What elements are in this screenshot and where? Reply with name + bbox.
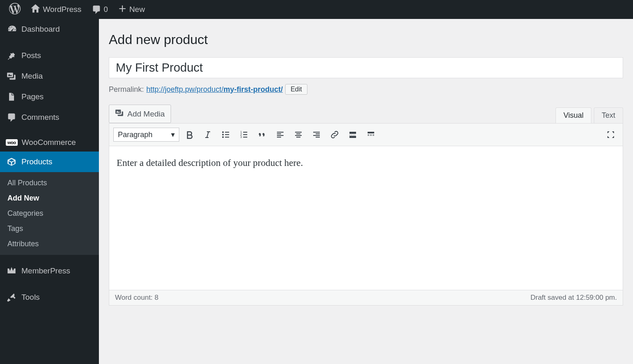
format-dropdown[interactable]: Paragraph ▾ <box>113 128 179 142</box>
new-content-link[interactable]: New <box>113 0 150 19</box>
fullscreen-button[interactable] <box>603 127 619 142</box>
menu-separator <box>0 255 99 261</box>
toolbar-toggle-button[interactable] <box>363 127 379 142</box>
editor-top-row: Add Media Visual Text <box>109 105 623 123</box>
admin-layout: Dashboard Posts Media Pages Comments woo… <box>0 19 633 364</box>
svg-point-1 <box>222 134 224 135</box>
menu-separator <box>0 281 99 287</box>
link-button[interactable] <box>327 127 342 142</box>
plus-icon <box>118 4 127 15</box>
wordpress-logo-icon <box>9 3 21 16</box>
menu-label: WooCommerce <box>22 138 76 147</box>
new-label: New <box>129 5 145 14</box>
format-label: Paragraph <box>118 131 152 139</box>
submenu-tags[interactable]: Tags <box>0 221 99 236</box>
pages-icon <box>6 91 17 103</box>
svg-rect-8 <box>368 132 374 133</box>
bold-button[interactable] <box>182 127 197 142</box>
comment-icon <box>6 112 17 123</box>
read-more-button[interactable] <box>345 127 361 142</box>
submenu-all-products[interactable]: All Products <box>0 175 99 191</box>
add-media-label: Add Media <box>127 110 165 119</box>
media-icon <box>115 108 124 119</box>
submenu-categories[interactable]: Categories <box>0 206 99 221</box>
menu-tools[interactable]: Tools <box>0 287 99 308</box>
comment-count-value: 0 <box>104 5 108 14</box>
tab-visual[interactable]: Visual <box>556 107 591 123</box>
edit-permalink-button[interactable]: Edit <box>285 84 307 95</box>
chevron-down-icon: ▾ <box>171 130 175 139</box>
permalink-label: Permalink: <box>109 85 144 94</box>
comment-bubble-icon <box>91 5 101 14</box>
permalink-row: Permalink: http://joeftp.pw/product/my-f… <box>109 84 623 95</box>
svg-rect-11 <box>373 134 374 136</box>
menu-label: Tools <box>21 293 40 302</box>
editor-toolbar: Paragraph ▾ 123 <box>109 123 623 146</box>
menu-label: Posts <box>21 51 41 60</box>
menu-label: Dashboard <box>21 25 60 34</box>
product-box-icon <box>6 156 17 168</box>
admin-toolbar: WordPress 0 New <box>0 0 633 19</box>
menu-label: Media <box>21 72 43 81</box>
editor-statusbar: Word count: 8 Draft saved at 12:59:00 pm… <box>109 290 623 306</box>
woocommerce-icon: woo <box>6 139 18 146</box>
menu-pages[interactable]: Pages <box>0 86 99 107</box>
media-icon <box>6 70 17 82</box>
menu-media[interactable]: Media <box>0 66 99 86</box>
dashboard-icon <box>6 23 17 35</box>
numbered-list-button[interactable]: 123 <box>236 127 252 142</box>
svg-rect-9 <box>368 134 369 136</box>
menu-woocommerce[interactable]: woo WooCommerce <box>0 133 99 152</box>
svg-rect-10 <box>370 134 372 136</box>
menu-separator <box>0 40 99 45</box>
svg-point-0 <box>222 131 224 133</box>
menu-label: Comments <box>21 113 59 122</box>
comments-link[interactable]: 0 <box>87 0 113 19</box>
page-title: Add new product <box>109 32 623 47</box>
editor-tabs: Visual Text <box>556 107 623 123</box>
product-title-input[interactable] <box>109 57 623 78</box>
editor-content[interactable]: Enter a detailed description of your pro… <box>109 146 623 290</box>
admin-sidebar: Dashboard Posts Media Pages Comments woo… <box>0 19 99 364</box>
site-name-label: WordPress <box>43 5 82 14</box>
svg-rect-6 <box>349 132 356 134</box>
svg-point-2 <box>222 136 224 138</box>
site-home-link[interactable]: WordPress <box>26 0 87 19</box>
menu-memberpress[interactable]: MemberPress <box>0 261 99 281</box>
home-icon <box>30 4 40 16</box>
align-right-button[interactable] <box>309 127 324 142</box>
submenu-attributes[interactable]: Attributes <box>0 236 99 252</box>
menu-label: Pages <box>21 92 44 101</box>
align-center-button[interactable] <box>291 127 306 142</box>
svg-text:3: 3 <box>240 135 242 138</box>
menu-posts[interactable]: Posts <box>0 45 99 66</box>
menu-label: MemberPress <box>21 266 70 275</box>
tab-text[interactable]: Text <box>594 107 623 123</box>
menu-separator <box>0 128 99 133</box>
menu-comments[interactable]: Comments <box>0 107 99 128</box>
products-submenu: All Products Add New Categories Tags Att… <box>0 172 99 255</box>
main-content: Add new product Permalink: http://joeftp… <box>99 19 633 364</box>
tools-icon <box>6 292 17 303</box>
align-left-button[interactable] <box>272 127 288 142</box>
blockquote-button[interactable] <box>254 127 270 142</box>
submenu-add-new[interactable]: Add New <box>0 191 99 206</box>
menu-products[interactable]: Products <box>0 152 99 172</box>
pin-icon <box>6 50 17 61</box>
permalink-link[interactable]: http://joeftp.pw/product/my-first-produc… <box>146 85 283 94</box>
menu-dashboard[interactable]: Dashboard <box>0 19 99 40</box>
memberpress-icon <box>6 265 17 277</box>
svg-rect-7 <box>349 136 356 138</box>
draft-saved-status: Draft saved at 12:59:00 pm. <box>530 294 617 302</box>
add-media-button[interactable]: Add Media <box>109 105 171 123</box>
italic-button[interactable] <box>200 127 216 142</box>
menu-label: Products <box>21 157 52 166</box>
bullet-list-button[interactable] <box>218 127 234 142</box>
wp-logo-menu[interactable] <box>4 0 26 19</box>
word-count: Word count: 8 <box>115 294 159 302</box>
